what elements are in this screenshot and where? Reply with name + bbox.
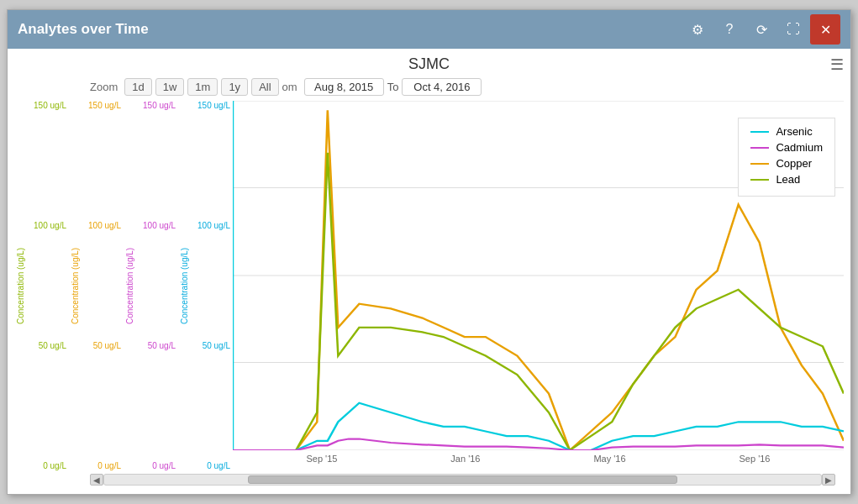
legend: Arsenic Cadmium Copper Lead [738, 118, 835, 197]
window-title: Analytes over Time [18, 21, 149, 38]
x-label-jan16: Jan '16 [450, 454, 480, 469]
hamburger-menu-icon[interactable]: ☰ [830, 55, 844, 74]
y-axis-3-ticks: 150 ug/L 100 ug/L 50 ug/L 0 ug/L [135, 101, 178, 470]
refresh-icon[interactable]: ⟳ [746, 14, 776, 45]
cadmium-label: Cadmium [776, 141, 823, 154]
lead-label: Lead [776, 173, 800, 186]
arsenic-label: Arsenic [776, 125, 812, 138]
help-icon[interactable]: ? [714, 14, 745, 45]
titlebar: Analytes over Time ⚙ ? ⟳ ⛶ ✕ [8, 10, 850, 49]
chart-area: Concentration (ug/L) 150 ug/L 100 ug/L 5… [14, 101, 844, 487]
zoom-1m-button[interactable]: 1m [187, 78, 218, 96]
to-label: To [387, 81, 399, 93]
zoom-bar: Zoom 1d 1w 1m 1y All om To [14, 78, 844, 96]
scrollbar-right-arrow[interactable]: ▶ [822, 474, 835, 486]
copper-label: Copper [776, 157, 812, 170]
zoom-label: Zoom [90, 81, 118, 93]
y-axis-3: Concentration (ug/L) 150 ug/L 100 ug/L 5… [124, 101, 178, 470]
main-window: Analytes over Time ⚙ ? ⟳ ⛶ ✕ SJMC ☰ Zoom… [7, 9, 851, 495]
x-label-may16: May '16 [593, 454, 625, 469]
chart-main: Concentration (ug/L) 150 ug/L 100 ug/L 5… [14, 101, 844, 470]
y-axis-3-label: Concentration (ug/L) [124, 101, 135, 470]
copper-legend-line [750, 163, 769, 165]
legend-item-cadmium: Cadmium [750, 141, 823, 154]
legend-item-arsenic: Arsenic [750, 125, 823, 138]
close-icon[interactable]: ✕ [810, 14, 840, 45]
y-axis-1: Concentration (ug/L) 150 ug/L 100 ug/L 5… [14, 101, 69, 470]
date-to-input[interactable] [402, 78, 482, 96]
lead-legend-line [750, 179, 769, 181]
x-axis-labels: Sep '15 Jan '16 May '16 Sep '16 [233, 454, 844, 469]
scrollbar-track[interactable] [103, 474, 822, 486]
scrollbar-row: ◀ ▶ [14, 472, 844, 487]
cadmium-legend-line [750, 147, 769, 149]
y-axis-1-label: Concentration (ug/L) [14, 101, 26, 470]
arsenic-legend-line [750, 131, 769, 133]
titlebar-icons: ⚙ ? ⟳ ⛶ ✕ [682, 14, 840, 45]
content-area: SJMC ☰ Zoom 1d 1w 1m 1y All om To Concen… [8, 49, 850, 494]
y-axis-2: Concentration (ug/L) 150 ug/L 100 ug/L 5… [69, 101, 124, 470]
x-label-sep16: Sep '16 [740, 454, 771, 469]
chart-header: SJMC ☰ [14, 55, 844, 73]
y-axis-4: Concentration (ug/L) 150 ug/L 100 ug/L 5… [178, 101, 233, 470]
gear-icon[interactable]: ⚙ [682, 14, 713, 45]
date-from-input[interactable] [304, 78, 384, 96]
y-axes-group: Concentration (ug/L) 150 ug/L 100 ug/L 5… [14, 101, 233, 470]
zoom-1d-button[interactable]: 1d [124, 78, 151, 96]
legend-item-lead: Lead [750, 173, 823, 186]
zoom-1w-button[interactable]: 1w [155, 78, 185, 96]
x-label-sep15: Sep '15 [306, 454, 337, 469]
zoom-all-button[interactable]: All [251, 78, 278, 96]
expand-icon[interactable]: ⛶ [778, 14, 808, 45]
chart-title: SJMC [14, 55, 844, 73]
scrollbar-left-arrow[interactable]: ◀ [90, 474, 103, 486]
from-label: om [282, 81, 297, 93]
y-axis-2-ticks: 150 ug/L 100 ug/L 50 ug/L 0 ug/L [81, 101, 124, 470]
y-axis-2-label: Concentration (ug/L) [69, 101, 81, 470]
y-axis-4-label: Concentration (ug/L) [178, 101, 190, 470]
plot-area: Sep '15 Jan '16 May '16 Sep '16 Arsenic [233, 101, 844, 470]
zoom-1y-button[interactable]: 1y [221, 78, 248, 96]
y-axis-1-ticks: 150 ug/L 100 ug/L 50 ug/L 0 ug/L [26, 101, 69, 470]
legend-item-copper: Copper [750, 157, 823, 170]
y-axis-4-ticks: 150 ug/L 100 ug/L 50 ug/L 0 ug/L [190, 101, 233, 470]
scrollbar-thumb[interactable] [248, 475, 678, 484]
